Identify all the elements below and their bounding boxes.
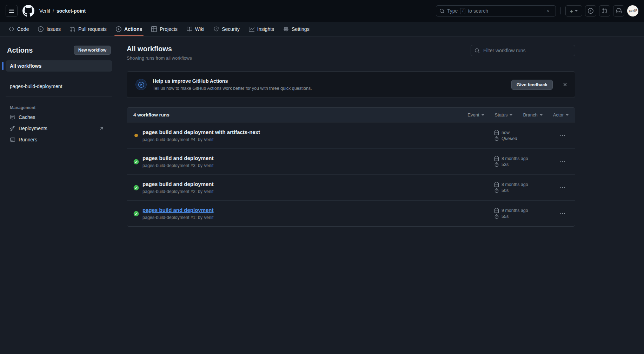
calendar-icon [494, 130, 499, 135]
runs-filter-bar: Event Status Branch Actor [467, 112, 569, 118]
git-pull-request-icon [70, 26, 75, 32]
page-title: All workflows [127, 45, 192, 53]
branch-filter-dropdown[interactable]: Branch [523, 112, 542, 118]
breadcrumb-owner-link[interactable]: Verlif [39, 8, 50, 14]
tab-label: Wiki [195, 26, 204, 32]
run-options-button[interactable] [555, 209, 571, 219]
hamburger-menu-button[interactable] [6, 5, 18, 17]
inbox-icon [616, 8, 622, 14]
code-icon [9, 26, 14, 32]
breadcrumb-repo-link[interactable]: socket-point [57, 8, 86, 14]
sidebar-item-all-workflows[interactable]: All workflows [6, 60, 112, 72]
tab-label: Issues [46, 26, 60, 32]
filter-label: Event [467, 112, 479, 118]
sidebar-title: Actions [7, 46, 33, 54]
calendar-icon [494, 208, 499, 213]
tab-issues[interactable]: Issues [33, 22, 65, 36]
repo-nav: Code Issues Pull requests Actions Projec… [0, 22, 644, 36]
global-header: Verlif / socket-point Type / to search >… [0, 0, 644, 22]
workflow-run-link[interactable]: pages build and deployment [142, 207, 214, 213]
arrow-up-right-icon [99, 126, 104, 131]
tab-code[interactable]: Code [4, 22, 33, 36]
run-duration: Queued [502, 136, 517, 141]
stopwatch-icon [494, 214, 499, 219]
give-feedback-button[interactable]: Give feedback [511, 80, 553, 90]
run-time: 8 months ago [502, 182, 528, 187]
pull-requests-dashboard-button[interactable] [599, 5, 610, 16]
filter-label: Actor [553, 112, 564, 118]
chevron-down-icon [566, 114, 569, 116]
hamburger-icon [9, 8, 14, 14]
header-divider [560, 7, 561, 14]
issues-dashboard-button[interactable] [585, 5, 596, 16]
table-row: pages build and deployment pages-build-d… [127, 174, 575, 200]
avatar[interactable]: Verlif [626, 4, 639, 18]
tab-security[interactable]: Security [209, 22, 244, 36]
github-logo-icon[interactable] [22, 5, 34, 17]
search-placeholder-tosearch: to search [468, 8, 488, 14]
chevron-down-icon [540, 114, 543, 116]
create-new-button[interactable]: + [565, 5, 582, 16]
tab-actions[interactable]: Actions [111, 22, 147, 36]
workflow-run-link[interactable]: pages build and deployment [142, 155, 214, 161]
run-options-button[interactable] [555, 131, 571, 140]
tab-label: Actions [124, 26, 142, 32]
tab-insights[interactable]: Insights [244, 22, 279, 36]
filter-workflow-runs-input[interactable] [483, 47, 571, 54]
search-icon [474, 48, 480, 53]
sidebar-header: Actions New workflow [0, 40, 118, 60]
sidebar-item-label: pages-build-deployment [10, 84, 62, 89]
tab-projects[interactable]: Projects [147, 22, 182, 36]
plus-icon: + [570, 8, 573, 14]
table-row: pages build and deployment pages-build-d… [127, 200, 575, 226]
event-filter-dropdown[interactable]: Event [467, 112, 484, 118]
run-options-button[interactable] [555, 157, 571, 167]
banner-close-button[interactable] [562, 82, 568, 87]
tab-pull-requests[interactable]: Pull requests [65, 22, 111, 36]
calendar-icon [494, 156, 499, 161]
workflow-runs-list: 4 workflow runs Event Status Branch Acto… [127, 107, 575, 227]
sidebar-item-deployments[interactable]: Deployments [0, 123, 118, 134]
calendar-icon [494, 182, 499, 187]
chevron-down-icon [575, 10, 578, 12]
inbox-button[interactable] [613, 5, 624, 16]
page-subtitle: Showing runs from all workflows [127, 55, 192, 61]
banner-title: Help us improve GitHub Actions [153, 78, 312, 84]
sidebar-item-pages-build-deployment[interactable]: pages-build-deployment [0, 80, 118, 92]
status-filter-dropdown[interactable]: Status [495, 112, 513, 118]
new-workflow-button[interactable]: New workflow [74, 46, 111, 55]
sidebar-item-runners[interactable]: Runners [0, 134, 118, 145]
workflow-run-link[interactable]: pages build and deployment [142, 181, 214, 187]
search-command-area: >_ [544, 8, 552, 14]
run-duration: 53s [502, 162, 509, 167]
page-body: Actions New workflow All workflows pages… [0, 36, 644, 354]
play-badge-icon [135, 79, 147, 90]
run-time: 9 months ago [502, 208, 528, 213]
table-icon [151, 26, 157, 32]
filter-label: Status [495, 112, 508, 118]
filter-workflow-runs-box [471, 45, 575, 56]
run-options-button[interactable] [555, 183, 571, 193]
kebab-icon [560, 159, 565, 165]
banner-description: Tell us how to make GitHub Actions work … [153, 86, 312, 91]
tab-wiki[interactable]: Wiki [182, 22, 209, 36]
tab-settings[interactable]: Settings [279, 22, 314, 36]
book-icon [187, 26, 192, 32]
workflow-run-meta: pages-build-deployment #1: by Verlif [142, 215, 494, 220]
check-circle-icon [133, 211, 139, 216]
sidebar-item-caches[interactable]: Caches [0, 112, 118, 123]
queued-dot-icon [133, 133, 139, 138]
feedback-banner: Help us improve GitHub Actions Tell us h… [127, 71, 575, 98]
filter-label: Branch [523, 112, 537, 118]
tab-label: Pull requests [78, 26, 107, 32]
command-prompt-icon[interactable]: >_ [547, 9, 552, 13]
actor-filter-dropdown[interactable]: Actor [553, 112, 569, 118]
tab-label: Security [222, 26, 240, 32]
global-search-input[interactable]: Type / to search >_ [436, 5, 556, 16]
stopwatch-icon [494, 188, 499, 193]
workflow-run-meta: pages-build-deployment #3: by Verlif [142, 163, 494, 168]
main-content: All workflows Showing runs from all work… [118, 36, 644, 354]
stopwatch-icon [494, 162, 499, 167]
workflow-runs-count: 4 workflow runs [133, 112, 170, 118]
workflow-run-link[interactable]: pages build and deployment with artifact… [142, 129, 260, 135]
